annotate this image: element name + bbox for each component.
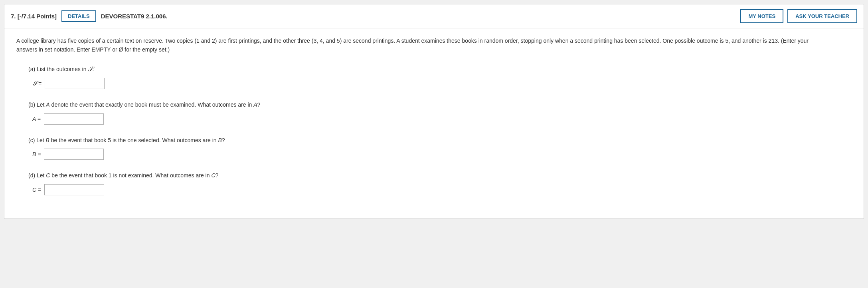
part-b-question: (b) Let A denote the event that exactly …	[28, 100, 852, 109]
question-container: 7. [-/7.14 Points] DETAILS DEVORESTAT9 2…	[4, 4, 864, 219]
part-c-label: B =	[32, 151, 41, 157]
question-header: 7. [-/7.14 Points] DETAILS DEVORESTAT9 2…	[4, 4, 864, 28]
part-d-input[interactable]	[44, 184, 104, 195]
script-s-a: 𝒮	[88, 66, 92, 72]
page-wrapper: 7. [-/7.14 Points] DETAILS DEVORESTAT9 2…	[0, 0, 868, 288]
part-a-answer-row: 𝒮 =	[32, 78, 852, 89]
question-number: 7. [-/7.14 Points]	[11, 13, 57, 20]
problem-text: A college library has five copies of a c…	[16, 36, 815, 54]
part-d-question: (d) Let C be the event that book 1 is no…	[28, 171, 852, 180]
part-c: (c) Let B be the event that book 5 is th…	[28, 136, 852, 160]
question-content: A college library has five copies of a c…	[4, 28, 864, 218]
part-c-answer-row: B =	[32, 149, 852, 160]
part-d-label: C =	[32, 187, 41, 193]
part-c-question: (c) Let B be the event that book 5 is th…	[28, 136, 852, 145]
question-code: DEVORESTAT9 2.1.006.	[101, 13, 741, 20]
part-a-label: 𝒮 =	[32, 80, 42, 87]
part-b-input[interactable]	[44, 113, 104, 125]
part-a: (a) List the outcomes in 𝒮. 𝒮 =	[28, 64, 852, 89]
details-button[interactable]: DETAILS	[61, 10, 96, 22]
part-b-label: A =	[32, 116, 41, 122]
part-b-answer-row: A =	[32, 113, 852, 125]
my-notes-button[interactable]: MY NOTES	[740, 9, 783, 23]
part-d: (d) Let C be the event that book 1 is no…	[28, 171, 852, 195]
part-d-answer-row: C =	[32, 184, 852, 195]
ask-teacher-button[interactable]: ASK YOUR TEACHER	[787, 9, 857, 23]
header-right-buttons: MY NOTES ASK YOUR TEACHER	[740, 9, 857, 23]
part-c-input[interactable]	[44, 149, 104, 160]
part-a-question: (a) List the outcomes in 𝒮.	[28, 64, 852, 74]
part-a-input[interactable]	[45, 78, 105, 89]
part-b: (b) Let A denote the event that exactly …	[28, 100, 852, 124]
